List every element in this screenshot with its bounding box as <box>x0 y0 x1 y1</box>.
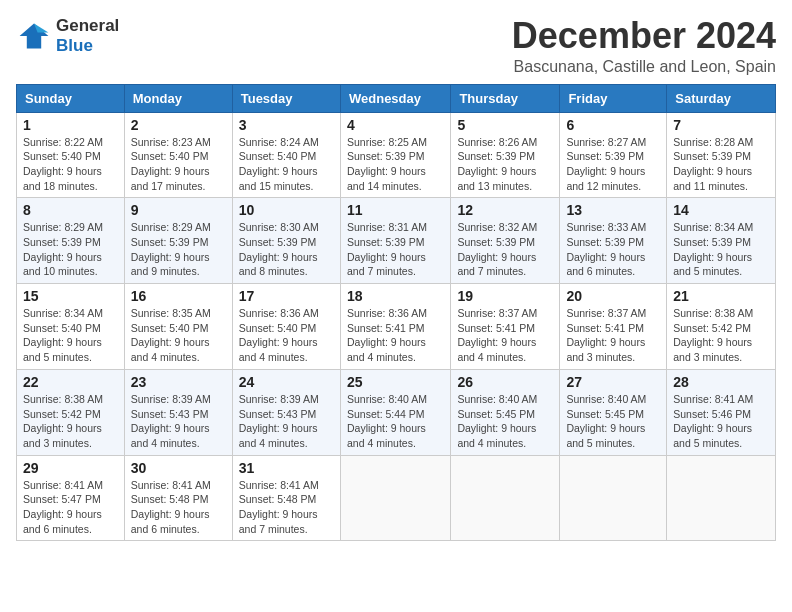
day-info: Sunrise: 8:37 AMSunset: 5:41 PMDaylight:… <box>457 306 553 365</box>
calendar-cell: 14Sunrise: 8:34 AMSunset: 5:39 PMDayligh… <box>667 198 776 284</box>
svg-marker-0 <box>20 23 49 48</box>
calendar-cell: 7Sunrise: 8:28 AMSunset: 5:39 PMDaylight… <box>667 112 776 198</box>
day-number: 1 <box>23 117 118 133</box>
calendar-week-4: 22Sunrise: 8:38 AMSunset: 5:42 PMDayligh… <box>17 369 776 455</box>
calendar-cell: 12Sunrise: 8:32 AMSunset: 5:39 PMDayligh… <box>451 198 560 284</box>
calendar-cell: 6Sunrise: 8:27 AMSunset: 5:39 PMDaylight… <box>560 112 667 198</box>
day-number: 12 <box>457 202 553 218</box>
day-info: Sunrise: 8:40 AMSunset: 5:45 PMDaylight:… <box>566 392 660 451</box>
day-number: 7 <box>673 117 769 133</box>
day-number: 21 <box>673 288 769 304</box>
calendar-cell: 4Sunrise: 8:25 AMSunset: 5:39 PMDaylight… <box>340 112 450 198</box>
day-number: 17 <box>239 288 334 304</box>
day-number: 19 <box>457 288 553 304</box>
calendar-cell: 20Sunrise: 8:37 AMSunset: 5:41 PMDayligh… <box>560 284 667 370</box>
day-number: 28 <box>673 374 769 390</box>
day-number: 2 <box>131 117 226 133</box>
calendar-cell <box>667 455 776 541</box>
calendar-cell: 18Sunrise: 8:36 AMSunset: 5:41 PMDayligh… <box>340 284 450 370</box>
calendar-cell: 3Sunrise: 8:24 AMSunset: 5:40 PMDaylight… <box>232 112 340 198</box>
day-number: 5 <box>457 117 553 133</box>
calendar-cell: 23Sunrise: 8:39 AMSunset: 5:43 PMDayligh… <box>124 369 232 455</box>
day-info: Sunrise: 8:40 AMSunset: 5:44 PMDaylight:… <box>347 392 444 451</box>
calendar-cell <box>560 455 667 541</box>
day-number: 9 <box>131 202 226 218</box>
header-wednesday: Wednesday <box>340 84 450 112</box>
day-number: 22 <box>23 374 118 390</box>
logo-text: General Blue <box>56 16 119 55</box>
day-info: Sunrise: 8:38 AMSunset: 5:42 PMDaylight:… <box>23 392 118 451</box>
day-info: Sunrise: 8:24 AMSunset: 5:40 PMDaylight:… <box>239 135 334 194</box>
day-number: 10 <box>239 202 334 218</box>
calendar-cell: 17Sunrise: 8:36 AMSunset: 5:40 PMDayligh… <box>232 284 340 370</box>
day-number: 8 <box>23 202 118 218</box>
calendar-week-3: 15Sunrise: 8:34 AMSunset: 5:40 PMDayligh… <box>17 284 776 370</box>
day-number: 14 <box>673 202 769 218</box>
day-info: Sunrise: 8:34 AMSunset: 5:39 PMDaylight:… <box>673 220 769 279</box>
title-area: December 2024 Bascunana, Castille and Le… <box>512 16 776 76</box>
day-info: Sunrise: 8:32 AMSunset: 5:39 PMDaylight:… <box>457 220 553 279</box>
header-thursday: Thursday <box>451 84 560 112</box>
calendar-cell <box>340 455 450 541</box>
day-info: Sunrise: 8:27 AMSunset: 5:39 PMDaylight:… <box>566 135 660 194</box>
calendar-cell: 15Sunrise: 8:34 AMSunset: 5:40 PMDayligh… <box>17 284 125 370</box>
logo: General Blue <box>16 16 119 55</box>
day-number: 13 <box>566 202 660 218</box>
day-number: 16 <box>131 288 226 304</box>
day-info: Sunrise: 8:41 AMSunset: 5:48 PMDaylight:… <box>239 478 334 537</box>
day-number: 31 <box>239 460 334 476</box>
logo-icon <box>16 18 52 54</box>
day-number: 26 <box>457 374 553 390</box>
day-info: Sunrise: 8:26 AMSunset: 5:39 PMDaylight:… <box>457 135 553 194</box>
day-info: Sunrise: 8:33 AMSunset: 5:39 PMDaylight:… <box>566 220 660 279</box>
calendar-cell: 2Sunrise: 8:23 AMSunset: 5:40 PMDaylight… <box>124 112 232 198</box>
calendar-week-5: 29Sunrise: 8:41 AMSunset: 5:47 PMDayligh… <box>17 455 776 541</box>
day-number: 27 <box>566 374 660 390</box>
day-info: Sunrise: 8:35 AMSunset: 5:40 PMDaylight:… <box>131 306 226 365</box>
day-info: Sunrise: 8:30 AMSunset: 5:39 PMDaylight:… <box>239 220 334 279</box>
day-number: 25 <box>347 374 444 390</box>
header-saturday: Saturday <box>667 84 776 112</box>
day-info: Sunrise: 8:36 AMSunset: 5:40 PMDaylight:… <box>239 306 334 365</box>
day-info: Sunrise: 8:22 AMSunset: 5:40 PMDaylight:… <box>23 135 118 194</box>
day-info: Sunrise: 8:40 AMSunset: 5:45 PMDaylight:… <box>457 392 553 451</box>
calendar-cell: 28Sunrise: 8:41 AMSunset: 5:46 PMDayligh… <box>667 369 776 455</box>
calendar-cell <box>451 455 560 541</box>
calendar-cell: 8Sunrise: 8:29 AMSunset: 5:39 PMDaylight… <box>17 198 125 284</box>
day-info: Sunrise: 8:29 AMSunset: 5:39 PMDaylight:… <box>23 220 118 279</box>
month-title: December 2024 <box>512 16 776 56</box>
calendar-cell: 13Sunrise: 8:33 AMSunset: 5:39 PMDayligh… <box>560 198 667 284</box>
day-number: 24 <box>239 374 334 390</box>
header-friday: Friday <box>560 84 667 112</box>
day-info: Sunrise: 8:39 AMSunset: 5:43 PMDaylight:… <box>239 392 334 451</box>
calendar-header-row: SundayMondayTuesdayWednesdayThursdayFrid… <box>17 84 776 112</box>
calendar-cell: 16Sunrise: 8:35 AMSunset: 5:40 PMDayligh… <box>124 284 232 370</box>
day-number: 6 <box>566 117 660 133</box>
day-number: 29 <box>23 460 118 476</box>
day-number: 4 <box>347 117 444 133</box>
location-subtitle: Bascunana, Castille and Leon, Spain <box>512 58 776 76</box>
day-number: 20 <box>566 288 660 304</box>
day-info: Sunrise: 8:31 AMSunset: 5:39 PMDaylight:… <box>347 220 444 279</box>
day-info: Sunrise: 8:39 AMSunset: 5:43 PMDaylight:… <box>131 392 226 451</box>
day-info: Sunrise: 8:25 AMSunset: 5:39 PMDaylight:… <box>347 135 444 194</box>
day-number: 11 <box>347 202 444 218</box>
calendar-cell: 10Sunrise: 8:30 AMSunset: 5:39 PMDayligh… <box>232 198 340 284</box>
calendar-cell: 26Sunrise: 8:40 AMSunset: 5:45 PMDayligh… <box>451 369 560 455</box>
calendar-cell: 25Sunrise: 8:40 AMSunset: 5:44 PMDayligh… <box>340 369 450 455</box>
header: General Blue December 2024 Bascunana, Ca… <box>16 16 776 76</box>
calendar-body: 1Sunrise: 8:22 AMSunset: 5:40 PMDaylight… <box>17 112 776 541</box>
day-info: Sunrise: 8:36 AMSunset: 5:41 PMDaylight:… <box>347 306 444 365</box>
day-number: 23 <box>131 374 226 390</box>
day-info: Sunrise: 8:23 AMSunset: 5:40 PMDaylight:… <box>131 135 226 194</box>
day-info: Sunrise: 8:37 AMSunset: 5:41 PMDaylight:… <box>566 306 660 365</box>
day-info: Sunrise: 8:38 AMSunset: 5:42 PMDaylight:… <box>673 306 769 365</box>
day-number: 18 <box>347 288 444 304</box>
day-number: 3 <box>239 117 334 133</box>
header-tuesday: Tuesday <box>232 84 340 112</box>
calendar-cell: 29Sunrise: 8:41 AMSunset: 5:47 PMDayligh… <box>17 455 125 541</box>
calendar-cell: 19Sunrise: 8:37 AMSunset: 5:41 PMDayligh… <box>451 284 560 370</box>
day-info: Sunrise: 8:29 AMSunset: 5:39 PMDaylight:… <box>131 220 226 279</box>
day-info: Sunrise: 8:34 AMSunset: 5:40 PMDaylight:… <box>23 306 118 365</box>
calendar-cell: 30Sunrise: 8:41 AMSunset: 5:48 PMDayligh… <box>124 455 232 541</box>
